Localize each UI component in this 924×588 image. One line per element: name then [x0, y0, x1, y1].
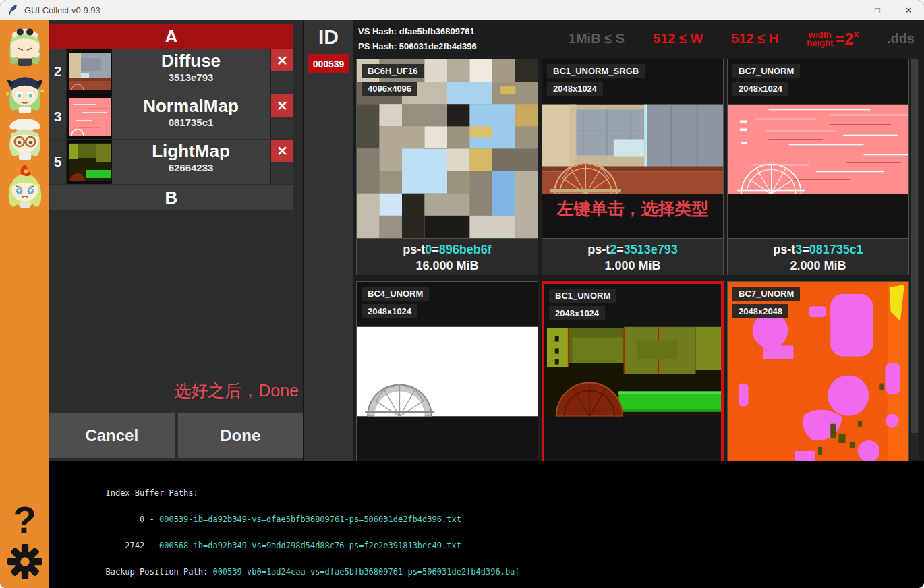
file-path: 000539-vb0=1ad24caa-vs=dfae5bfb36809761-… — [212, 567, 519, 577]
minimize-button[interactable]: — — [831, 0, 862, 20]
texture-picker-panel: A 2 Diffuse 3513e793 ✕ — [49, 20, 303, 461]
texture-labels: BC7_UNORM 2048x1024 — [732, 64, 800, 96]
log-console: Index Buffer Paths: 0 - 000539-ib=da92b3… — [49, 461, 924, 588]
window-title: GUI Collect v0.9.93 — [24, 5, 100, 16]
file-path: 000539-ib=da92b349-vs=dfae5bfb36809761-p… — [159, 514, 461, 524]
ps-hash: PS Hash: 506031de2fb4d396 — [358, 39, 477, 54]
slot-number: 3 — [49, 94, 67, 139]
maximize-button[interactable]: □ — [862, 0, 893, 20]
titlebar: GUI Collect v0.9.93 — □ ✕ — [0, 0, 924, 20]
help-button[interactable]: ? — [13, 503, 36, 537]
slot-type-label: LightMap — [112, 142, 270, 162]
texture-caption: ps-t2=3513e793 1.000 MiB — [542, 238, 723, 275]
texture-grid: BC6H_UF16 4096x4096 ps-t0=896beb6f 16.00… — [356, 59, 909, 461]
texture-tile-896beb6f[interactable]: BC6H_UF16 4096x4096 ps-t0=896beb6f 16.00… — [356, 59, 538, 275]
character-tab-3[interactable] — [3, 116, 47, 162]
browser-filterbar: VS Hash: dfae5bfb36809761 PS Hash: 50603… — [353, 20, 924, 57]
remove-lightmap-button[interactable]: ✕ — [271, 140, 293, 162]
filter-min-width-toggle[interactable]: 512 ≤ W — [653, 31, 703, 47]
draw-id-item[interactable]: 000539 — [308, 54, 349, 74]
browser-scrollbar-thumb[interactable] — [911, 59, 918, 433]
slot-row-normalmap[interactable]: 3 NormalMap 081735c1 ✕ — [49, 94, 293, 139]
filter-min-height-toggle[interactable]: 512 ≤ H — [731, 31, 778, 47]
filter-power-of-two-toggle[interactable]: width height =2x — [807, 30, 859, 49]
file-path: 000568-ib=da92b349-vs=9add798d54d88c76-p… — [159, 541, 461, 550]
dimensions-chip: 2048x2048 — [732, 304, 788, 318]
slot-type-label: Diffuse — [112, 51, 270, 71]
format-chip: BC7_UNORM — [732, 64, 800, 78]
cancel-button[interactable]: Cancel — [49, 413, 175, 458]
slot-remove-column: ✕ — [270, 140, 293, 184]
texture-caption: ps-t3=081735c1 2.000 MiB — [728, 238, 908, 275]
slot-hash-label: 081735c1 — [112, 117, 270, 128]
character-tab-2[interactable] — [3, 69, 47, 115]
character-sidebar: ? — [0, 20, 49, 588]
group-a-header: A — [49, 24, 293, 49]
close-button[interactable]: ✕ — [893, 0, 924, 20]
dimensions-chip: 2048x1024 — [547, 82, 603, 96]
shader-hashes: VS Hash: dfae5bfb36809761 PS Hash: 50603… — [358, 24, 477, 54]
filter-min-size-toggle[interactable]: 1MiB ≤ S — [569, 31, 625, 47]
vs-hash: VS Hash: dfae5bfb36809761 — [358, 24, 477, 39]
filesize-label: 16.000 MiB — [357, 258, 538, 274]
dimensions-chip: 2048x1024 — [362, 304, 417, 318]
app-window: GUI Collect v0.9.93 — □ ✕ — [0, 0, 924, 588]
texture-labels: BC4_UNORM 2048x1024 — [362, 287, 429, 318]
slot-info: Diffuse 3513e793 — [112, 49, 270, 94]
format-chip: BC4_UNORM — [362, 287, 429, 301]
settings-gear-button[interactable] — [7, 543, 43, 580]
character-tab-4[interactable] — [3, 163, 47, 209]
texture-tile-bc1-selected[interactable]: BC1_UNORM 2048x1024 — [542, 281, 724, 461]
dimensions-chip: 2048x1024 — [549, 306, 605, 320]
slot-row-diffuse[interactable]: 2 Diffuse 3513e793 ✕ — [49, 49, 293, 94]
log-line: Backup Position Path: 000539-vb0=1ad24ca… — [52, 568, 924, 577]
diffuse-thumbnail — [67, 49, 112, 94]
window-controls: — □ ✕ — [831, 0, 924, 20]
browser-scrollbar-track[interactable] — [911, 59, 919, 459]
picker-hint-text: 选好之后，Done — [174, 380, 299, 402]
lightmap-thumbnail — [67, 140, 112, 184]
texture-tile-3513e793[interactable]: BC1_UNORM_SRGB 2048x1024 左键单击，选择类型 ps-t2… — [542, 59, 724, 275]
format-chip: BC7_UNORM — [732, 287, 800, 301]
slot-remove-column: ✕ — [270, 49, 293, 94]
dimensions-chip: 2048x1024 — [732, 82, 788, 96]
texture-caption: ps-t0=896beb6f 16.000 MiB — [357, 238, 538, 275]
slot-remove-column: ✕ — [270, 94, 293, 139]
texture-tile-081735c1[interactable]: BC7_UNORM 2048x1024 ps-t3=081735c1 2.000… — [727, 59, 909, 275]
slot-info: LightMap 62664233 — [112, 140, 270, 184]
filesize-label: 2.000 MiB — [728, 258, 908, 274]
normalmap-thumbnail — [67, 94, 112, 139]
id-column: ID 000539 — [303, 20, 353, 461]
log-line: 0 - 000539-ib=da92b349-vs=dfae5bfb368097… — [52, 515, 924, 524]
slot-info: NormalMap 081735c1 — [112, 94, 270, 139]
format-chip: BC6H_UF16 — [362, 64, 424, 78]
filesize-label: 1.000 MiB — [542, 258, 723, 274]
texture-labels: BC6H_UF16 4096x4096 — [362, 64, 424, 96]
filter-toggles: 1MiB ≤ S 512 ≤ W 512 ≤ H width height =2… — [569, 20, 915, 57]
remove-normalmap-button[interactable]: ✕ — [271, 94, 293, 117]
picker-actions: Cancel Done — [49, 413, 303, 458]
texture-browser: VS Hash: dfae5bfb36809761 PS Hash: 50603… — [353, 20, 924, 461]
slot-number: 5 — [49, 140, 67, 184]
dimensions-chip: 4096x4096 — [362, 82, 417, 96]
slot-hash-label: 62664233 — [112, 162, 270, 173]
texture-tile-bc4[interactable]: BC4_UNORM 2048x1024 — [356, 281, 538, 461]
slot-row-lightmap[interactable]: 5 LightMap 62664233 ✕ — [49, 140, 293, 184]
click-hint-overlay: 左键单击，选择类型 — [542, 198, 723, 220]
slot-hash-label: 3513e793 — [112, 71, 270, 83]
power-fraction: width height — [807, 31, 833, 47]
format-chip: BC1_UNORM — [549, 289, 616, 303]
log-line: 2742 - 000568-ib=da92b349-vs=9add798d54d… — [52, 541, 924, 550]
format-chip: BC1_UNORM_SRGB — [547, 64, 645, 78]
remove-diffuse-button[interactable]: ✕ — [271, 49, 293, 71]
texture-tile-bc7-2048[interactable]: BC7_UNORM 2048x2048 — [727, 281, 909, 461]
group-b-header: B — [49, 185, 293, 210]
slot-number: 2 — [49, 49, 67, 94]
filter-dds-toggle[interactable]: .dds — [887, 31, 915, 47]
texture-labels: BC1_UNORM 2048x1024 — [549, 289, 616, 320]
done-button[interactable]: Done — [178, 413, 304, 458]
log-line: Index Buffer Paths: — [52, 489, 924, 498]
slot-type-label: NormalMap — [112, 96, 270, 117]
character-tab-1[interactable] — [3, 22, 47, 67]
texture-labels: BC1_UNORM_SRGB 2048x1024 — [547, 64, 645, 96]
